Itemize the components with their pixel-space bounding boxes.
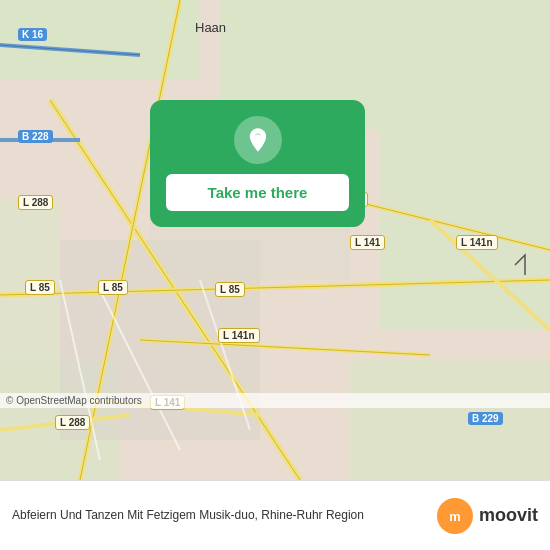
road-label-l141n-2: L 141n: [218, 328, 260, 343]
svg-text:m: m: [449, 508, 460, 523]
place-name: Abfeiern Und Tanzen Mit Fetzigem Musik-d…: [12, 507, 437, 524]
road-label-k16: K 16: [18, 28, 47, 41]
bottom-bar: Abfeiern Und Tanzen Mit Fetzigem Musik-d…: [0, 480, 550, 550]
moovit-icon: m: [437, 498, 473, 534]
moovit-logo: m moovit: [437, 498, 538, 534]
action-card: Take me there: [150, 100, 365, 227]
road-label-b228: B 228: [18, 130, 53, 143]
copyright-bar: © OpenStreetMap contributors: [0, 393, 550, 408]
map-container: Haan K 16 B 228 L 288 L 85 L 85 L 85 L 8…: [0, 0, 550, 480]
city-label: Haan: [195, 20, 226, 35]
road-label-l141-1: L 141: [350, 235, 385, 250]
location-icon: [234, 116, 282, 164]
moovit-text: moovit: [479, 505, 538, 526]
road-label-l288-2: L 288: [55, 415, 90, 430]
road-label-l288-1: L 288: [18, 195, 53, 210]
take-me-there-button[interactable]: Take me there: [166, 174, 349, 211]
road-label-l85-2: L 85: [98, 280, 128, 295]
road-label-l85-3: L 85: [215, 282, 245, 297]
road-label-b229: B 229: [468, 412, 503, 425]
road-label-l85-1: L 85: [25, 280, 55, 295]
svg-rect-5: [350, 360, 550, 480]
road-label-l141n-1: L 141n: [456, 235, 498, 250]
